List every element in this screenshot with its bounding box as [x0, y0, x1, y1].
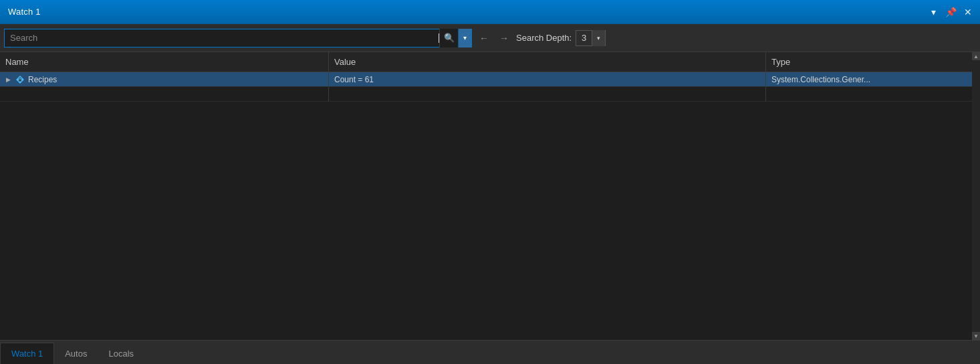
- window-title: Watch 1: [8, 7, 41, 17]
- tab-bar: Watch 1 Autos Locals: [0, 340, 980, 364]
- nav-back-button[interactable]: ←: [476, 30, 492, 46]
- column-header-type: Type: [766, 52, 980, 72]
- collection-icon: [15, 74, 25, 85]
- depth-dropdown-button[interactable]: ▾: [592, 30, 605, 46]
- name-cell: ▶ Recipes: [0, 72, 329, 86]
- svg-rect-1: [19, 79, 21, 81]
- type-cell: System.Collections.Gener...: [766, 72, 980, 86]
- nav-forward-button[interactable]: →: [496, 30, 512, 46]
- empty-name-cell: [0, 87, 329, 101]
- column-header-value: Value: [329, 52, 766, 72]
- empty-value-cell: [329, 87, 766, 101]
- empty-type-cell: [766, 87, 980, 101]
- toolbar: 🔍 ▾ ← → Search Depth: 3 ▾: [0, 24, 980, 52]
- value-cell: Count = 61: [329, 72, 766, 86]
- search-icon-button[interactable]: 🔍: [439, 29, 458, 48]
- row-type: System.Collections.Gener...: [771, 75, 870, 84]
- dropdown-button[interactable]: ▾: [927, 5, 940, 19]
- title-bar-controls: ▾ 📌 ✕: [927, 5, 975, 19]
- search-box: 🔍 ▾: [4, 29, 472, 48]
- tab-watch1[interactable]: Watch 1: [0, 343, 54, 364]
- search-dropdown-button[interactable]: ▾: [458, 29, 471, 48]
- table-area: Name Value Type ▶: [0, 52, 980, 340]
- search-input[interactable]: [5, 29, 438, 47]
- search-depth-label: Search Depth:: [516, 33, 572, 43]
- row-name: Recipes: [28, 75, 57, 84]
- tab-autos[interactable]: Autos: [54, 343, 98, 364]
- close-button[interactable]: ✕: [961, 5, 975, 19]
- pin-button[interactable]: 📌: [944, 5, 957, 19]
- empty-row[interactable]: [0, 87, 980, 102]
- table-row[interactable]: ▶ Recipes Count = 61 System.Collections.…: [0, 72, 980, 87]
- expand-arrow-icon[interactable]: ▶: [3, 74, 13, 85]
- table-header: Name Value Type: [0, 52, 980, 72]
- scrollbar[interactable]: ▲ ▼: [972, 52, 980, 340]
- scrollbar-up-button[interactable]: ▲: [972, 52, 980, 60]
- tab-locals[interactable]: Locals: [98, 343, 144, 364]
- title-bar: Watch 1 ▾ 📌 ✕: [0, 0, 980, 24]
- column-header-name: Name: [0, 52, 329, 72]
- depth-select[interactable]: 3 ▾: [576, 30, 606, 46]
- row-value: Count = 61: [334, 75, 374, 84]
- scrollbar-down-button[interactable]: ▼: [972, 332, 980, 340]
- table-body[interactable]: ▶ Recipes Count = 61 System.Collections.…: [0, 72, 980, 340]
- depth-value: 3: [576, 30, 592, 46]
